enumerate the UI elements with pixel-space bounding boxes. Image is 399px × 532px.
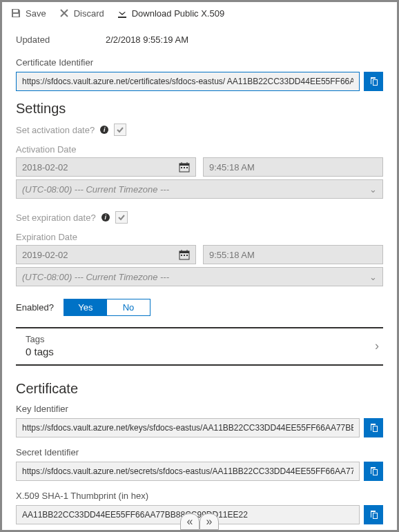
svg-rect-12 — [184, 255, 185, 256]
updated-label: Updated — [16, 35, 106, 45]
expiration-date-value: 2019-02-02 — [22, 250, 68, 260]
info-icon[interactable]: i — [101, 213, 110, 221]
svg-rect-8 — [179, 251, 189, 253]
activation-date-row: 2018-02-02 9:45:18 AM — [16, 157, 383, 177]
page-prev-button[interactable]: « — [180, 513, 200, 530]
enabled-row: Enabled? Yes No — [16, 299, 383, 316]
secret-id-row — [16, 462, 383, 481]
svg-rect-5 — [184, 167, 185, 168]
save-icon — [10, 8, 21, 19]
enabled-toggle: Yes No — [64, 299, 150, 316]
copy-cert-id-button[interactable] — [364, 72, 383, 91]
set-activation-row: Set activation date? i — [16, 124, 383, 136]
info-icon[interactable]: i — [100, 126, 108, 134]
expiration-time-value: 9:55:18 AM — [209, 250, 255, 260]
activation-tz-select[interactable]: (UTC-08:00) --- Current Timezone --- ⌄ — [16, 179, 383, 199]
activation-date-label: Activation Date — [16, 144, 383, 155]
expiration-time-input[interactable]: 9:55:18 AM — [203, 245, 383, 264]
key-id-input[interactable] — [16, 418, 360, 437]
svg-rect-6 — [186, 167, 188, 168]
save-label: Save — [26, 8, 46, 19]
download-icon — [117, 8, 128, 19]
download-label: Download Public X.509 — [132, 8, 224, 19]
set-activation-label: Set activation date? — [16, 125, 95, 135]
svg-rect-4 — [181, 167, 182, 168]
tags-block[interactable]: Tags 0 tags › — [16, 327, 383, 366]
main-content: Updated 2/2/2018 9:55:19 AM Certificate … — [2, 26, 397, 524]
activation-time-input[interactable]: 9:45:18 AM — [203, 157, 383, 177]
save-button[interactable]: Save — [8, 5, 53, 21]
copy-icon — [369, 423, 378, 433]
secret-id-label: Secret Identifier — [16, 447, 383, 457]
download-button[interactable]: Download Public X.509 — [114, 5, 231, 21]
copy-icon — [369, 77, 378, 86]
expiration-date-input[interactable]: 2019-02-02 — [16, 245, 196, 264]
discard-button[interactable]: Discard — [56, 5, 111, 21]
close-icon — [59, 8, 70, 19]
activation-time-value: 9:45:18 AM — [209, 162, 255, 173]
key-id-row — [16, 418, 383, 437]
copy-secret-id-button[interactable] — [364, 462, 383, 481]
calendar-icon — [179, 249, 190, 260]
set-expiration-row: Set expiration date? i — [16, 211, 383, 224]
copy-icon — [369, 466, 378, 476]
svg-rect-1 — [179, 164, 189, 166]
thumbprint-label: X.509 SHA-1 Thumbprint (in hex) — [16, 491, 383, 501]
expiration-date-label: Expiration Date — [16, 232, 383, 242]
svg-rect-13 — [186, 255, 188, 256]
secret-id-input[interactable] — [16, 462, 360, 481]
cert-id-row — [16, 72, 383, 91]
copy-key-id-button[interactable] — [364, 418, 383, 437]
pager: « » — [180, 513, 219, 530]
tags-label: Tags — [26, 334, 54, 344]
chevron-down-icon: ⌄ — [369, 272, 377, 282]
set-activation-checkbox[interactable] — [114, 124, 126, 136]
set-expiration-label: Set expiration date? — [16, 213, 96, 223]
tags-count: 0 tags — [26, 346, 54, 357]
chevron-down-icon: ⌄ — [369, 184, 377, 195]
key-id-label: Key Identifier — [16, 404, 383, 414]
cert-id-input[interactable] — [16, 72, 360, 91]
certificate-heading: Certificate — [16, 381, 383, 397]
enabled-no[interactable]: No — [107, 299, 150, 315]
set-expiration-checkbox[interactable] — [115, 211, 128, 224]
updated-value: 2/2/2018 9:55:19 AM — [106, 35, 188, 45]
toolbar: Save Discard Download Public X.509 — [2, 2, 397, 26]
activation-tz-value: (UTC-08:00) --- Current Timezone --- — [22, 184, 169, 195]
settings-heading: Settings — [16, 101, 383, 117]
discard-label: Discard — [74, 8, 104, 19]
activation-date-value: 2018-02-02 — [22, 162, 68, 173]
svg-rect-11 — [181, 255, 182, 256]
updated-row: Updated 2/2/2018 9:55:19 AM — [16, 35, 383, 45]
copy-thumbprint-button[interactable] — [364, 505, 383, 524]
enabled-label: Enabled? — [16, 302, 54, 313]
chevron-right-icon: › — [375, 339, 379, 353]
expiration-tz-select[interactable]: (UTC-08:00) --- Current Timezone --- ⌄ — [16, 267, 383, 286]
copy-icon — [369, 510, 378, 520]
expiration-date-row: 2019-02-02 9:55:18 AM — [16, 245, 383, 264]
cert-id-label: Certificate Identifier — [16, 57, 383, 68]
expiration-tz-value: (UTC-08:00) --- Current Timezone --- — [22, 272, 169, 282]
enabled-yes[interactable]: Yes — [64, 299, 107, 315]
activation-date-input[interactable]: 2018-02-02 — [16, 157, 196, 177]
calendar-icon — [179, 161, 190, 173]
page-next-button[interactable]: » — [200, 513, 219, 530]
